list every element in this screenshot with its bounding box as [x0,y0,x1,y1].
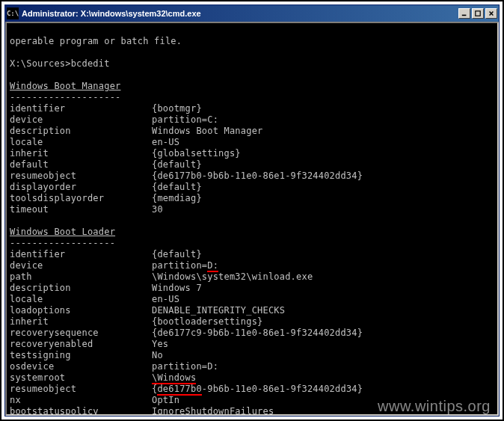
prompt: X:\Sources> [10,58,71,69]
console-output[interactable]: operable program or batch file. X:\Sourc… [5,22,499,416]
cmd-icon: C:\ [7,7,19,19]
kv-val: {memdiag} [152,193,202,203]
minimize-button[interactable] [458,8,470,19]
kv-val: en-US [152,137,179,147]
maximize-button[interactable] [472,8,484,19]
kv-val: DENABLE_INTEGRITY_CHECKS [152,305,285,316]
kv-val: partition=D: [152,361,218,372]
kv-key: device [10,260,152,271]
kv-val: OptIn [152,395,179,405]
kv-key: osdevice [10,361,152,372]
kv-val: {bootmgr} [152,103,202,114]
kv-val: {default} [152,249,202,259]
section-header: Windows Boot Loader [10,227,115,237]
kv-key: locale [10,294,152,305]
kv-val: {bootloadersettings} [152,316,263,327]
kv-key: resumeobject [10,170,152,182]
kv-key: recoverysequence [10,328,152,339]
kv-key: testsigning [10,350,152,361]
kv-key: inherit [10,148,152,159]
kv-val: Windows Boot Manager [152,126,263,136]
kv-key: bootstatuspolicy [10,406,152,416]
highlight: D: [207,260,218,272]
kv-key: inherit [10,316,152,328]
kv-key: systemroot [10,372,152,384]
kv-key: recoveryenabled [10,339,152,350]
kv-key: identifier [10,103,152,114]
kv-val: partition=C: [152,114,218,125]
kv-key: nx [10,395,152,406]
kv-key: displayorder [10,182,152,193]
kv-val: -9b6b-11e0-86e1-9f324402dd34} [202,384,363,394]
kv-val: \Windows\system32\winload.exe [152,271,313,282]
kv-val: {default} [152,159,202,170]
kv-val: IgnoreShutdownFailures [152,406,274,416]
command: bcdedit [71,58,110,69]
kv-val: {de6177b0-9b6b-11e0-86e1-9f324402dd34} [152,170,363,181]
kv-val: No [152,350,163,360]
titlebar[interactable]: C:\ Administrator: X:\windows\system32\c… [5,5,499,22]
kv-key: description [10,283,152,294]
kv-key: toolsdisplayorder [10,193,152,204]
kv-val: {de6177c9-9b6b-11e0-86e1-9f324402dd34} [152,328,363,338]
kv-key: default [10,159,152,170]
kv-key: description [10,126,152,137]
output-line: operable program or batch file. [10,36,182,46]
kv-val: partition= [152,260,207,271]
section-header: Windows Boot Manager [10,81,121,91]
kv-key: locale [10,137,152,148]
kv-key: timeout [10,204,152,215]
window-title: Administrator: X:\windows\system32\cmd.e… [22,9,458,18]
kv-val: Windows 7 [152,283,202,293]
highlight: de6177b0 [157,384,201,396]
kv-val: Yes [152,339,168,349]
kv-key: device [10,114,152,126]
kv-val: en-US [152,294,179,304]
kv-val: {default} [152,182,202,192]
cmd-window: C:\ Administrator: X:\windows\system32\c… [4,4,500,417]
close-button[interactable] [485,8,497,19]
highlight: \Windows [152,372,196,384]
kv-key: identifier [10,249,152,260]
svg-rect-1 [476,11,480,16]
kv-key: loadoptions [10,305,152,316]
window-controls [458,8,497,19]
kv-val: {globalsettings} [152,148,241,159]
kv-key: resumeobject [10,384,152,395]
kv-key: path [10,271,152,283]
kv-val: 30 [152,204,163,215]
